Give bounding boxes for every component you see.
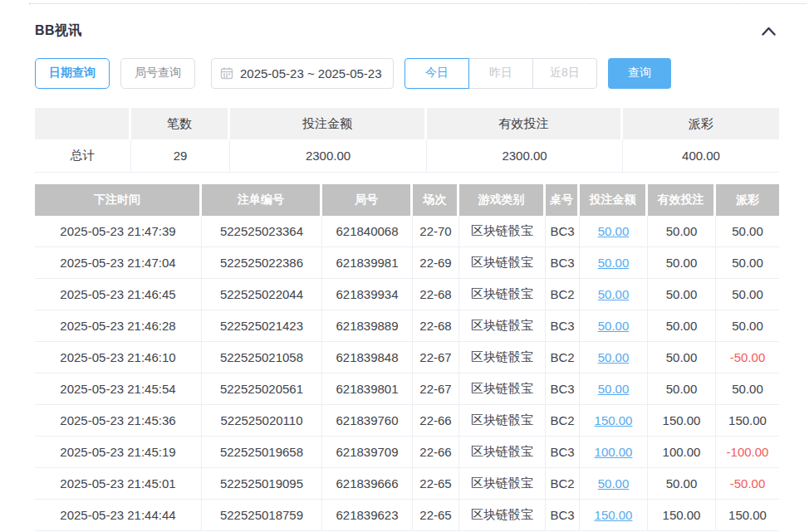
bet-amount-link[interactable]: 50.00 bbox=[598, 382, 630, 396]
bet-id-cell: 522525021058 bbox=[202, 342, 322, 373]
section-title: BB视讯 bbox=[35, 22, 82, 40]
table-no-cell: BC3 bbox=[546, 373, 580, 405]
date-range-value: 2025-05-23 ~ 2025-05-23 bbox=[240, 66, 382, 81]
summary-table: 笔数 投注金额 有效投注 派彩 总计 29 2300.00 2300.00 40… bbox=[35, 108, 779, 173]
game-type-cell: 区块链骰宝 bbox=[459, 500, 546, 531]
bet-amount-link[interactable]: 50.00 bbox=[598, 224, 630, 238]
bet-row: 2025-05-23 21:45:01522525019095621839666… bbox=[35, 468, 779, 500]
bets-header-payout: 派彩 bbox=[716, 184, 779, 216]
bet-amount-cell: 150.00 bbox=[580, 405, 648, 437]
session-cell: 22-65 bbox=[413, 500, 459, 531]
calendar-icon bbox=[220, 66, 233, 80]
bet-id-cell: 522525023364 bbox=[202, 216, 322, 247]
session-cell: 22-65 bbox=[413, 468, 459, 500]
bet-id-cell: 522525022386 bbox=[202, 247, 322, 279]
bet-amount-link[interactable]: 150.00 bbox=[595, 413, 633, 427]
bets-table: 下注时间 注单编号 局号 场次 游戏类别 桌号 投注金额 有效投注 派彩 202… bbox=[35, 184, 779, 531]
session-cell: 22-69 bbox=[413, 247, 459, 279]
bet-id-cell: 522525019095 bbox=[202, 468, 322, 500]
valid-bet-cell: 50.00 bbox=[648, 247, 716, 279]
quick-last8days-button[interactable]: 近8日 bbox=[532, 58, 597, 89]
payout-cell: 50.00 bbox=[716, 247, 779, 279]
summary-header-payout: 派彩 bbox=[623, 108, 779, 139]
dotted-divider bbox=[29, 3, 807, 4]
collapse-button[interactable] bbox=[758, 25, 779, 37]
bet-time-cell: 2025-05-23 21:44:44 bbox=[35, 500, 202, 531]
session-cell: 22-68 bbox=[413, 310, 459, 342]
payout-cell: 50.00 bbox=[716, 310, 779, 342]
game-type-cell: 区块链骰宝 bbox=[459, 247, 546, 279]
bet-time-cell: 2025-05-23 21:45:54 bbox=[35, 373, 202, 405]
bets-header-valid-bet: 有效投注 bbox=[648, 184, 716, 216]
bet-amount-cell: 150.00 bbox=[580, 500, 648, 531]
bet-row: 2025-05-23 21:46:45522525022044621839934… bbox=[35, 279, 779, 310]
date-query-tab[interactable]: 日期查询 bbox=[35, 58, 110, 89]
bet-amount-cell: 50.00 bbox=[580, 342, 648, 373]
game-type-cell: 区块链骰宝 bbox=[459, 216, 546, 247]
table-no-cell: BC2 bbox=[546, 405, 580, 437]
payout-cell: 150.00 bbox=[716, 405, 779, 437]
game-type-cell: 区块链骰宝 bbox=[459, 342, 546, 373]
bets-header-time: 下注时间 bbox=[35, 184, 202, 216]
valid-bet-cell: 50.00 bbox=[648, 279, 716, 310]
round-id-cell: 621839801 bbox=[322, 373, 413, 405]
bet-row: 2025-05-23 21:45:19522525019658621839709… bbox=[35, 437, 779, 468]
valid-bet-cell: 150.00 bbox=[648, 405, 716, 437]
round-id-cell: 621840068 bbox=[322, 216, 413, 247]
bet-amount-link[interactable]: 50.00 bbox=[598, 287, 630, 301]
table-no-cell: BC3 bbox=[546, 500, 580, 531]
valid-bet-cell: 50.00 bbox=[648, 468, 716, 500]
bet-row: 2025-05-23 21:47:04522525022386621839981… bbox=[35, 247, 779, 279]
bet-time-cell: 2025-05-23 21:47:04 bbox=[35, 247, 202, 279]
quick-yesterday-button[interactable]: 昨日 bbox=[468, 58, 533, 89]
bet-id-cell: 522525020561 bbox=[202, 373, 322, 405]
payout-cell: 50.00 bbox=[716, 373, 779, 405]
bet-amount-link[interactable]: 150.00 bbox=[595, 508, 633, 522]
bet-time-cell: 2025-05-23 21:47:39 bbox=[35, 216, 202, 247]
round-id-cell: 621839709 bbox=[322, 437, 413, 468]
payout-cell: 150.00 bbox=[716, 500, 779, 531]
payout-cell: -50.00 bbox=[716, 468, 779, 500]
bet-time-cell: 2025-05-23 21:46:10 bbox=[35, 342, 202, 373]
summary-total-payout: 400.00 bbox=[623, 139, 779, 173]
section-header: BB视讯 bbox=[35, 22, 779, 40]
session-cell: 22-66 bbox=[413, 405, 459, 437]
round-id-cell: 621839848 bbox=[322, 342, 413, 373]
summary-header-count: 笔数 bbox=[131, 108, 230, 139]
summary-header-bet-amount: 投注金额 bbox=[230, 108, 427, 139]
bet-amount-cell: 50.00 bbox=[580, 216, 648, 247]
table-no-cell: BC3 bbox=[546, 437, 580, 468]
payout-cell: 50.00 bbox=[716, 279, 779, 310]
bet-amount-link[interactable]: 50.00 bbox=[598, 476, 630, 491]
bet-amount-link[interactable]: 50.00 bbox=[598, 319, 630, 333]
bets-table-body: 2025-05-23 21:47:39522525023364621840068… bbox=[35, 216, 779, 531]
bet-amount-link[interactable]: 100.00 bbox=[595, 445, 633, 459]
bet-amount-cell: 100.00 bbox=[580, 437, 648, 468]
bet-amount-link[interactable]: 50.00 bbox=[598, 256, 630, 270]
bet-row: 2025-05-23 21:46:10522525021058621839848… bbox=[35, 342, 779, 373]
game-type-cell: 区块链骰宝 bbox=[459, 373, 546, 405]
bets-header-session: 场次 bbox=[413, 184, 459, 216]
valid-bet-cell: 50.00 bbox=[648, 373, 716, 405]
quick-today-button[interactable]: 今日 bbox=[404, 58, 469, 89]
round-id-cell: 621839623 bbox=[322, 500, 413, 531]
round-query-tab[interactable]: 局号查询 bbox=[120, 58, 195, 89]
round-id-cell: 621839666 bbox=[322, 468, 413, 500]
table-no-cell: BC2 bbox=[546, 468, 580, 500]
date-range-input[interactable]: 2025-05-23 ~ 2025-05-23 bbox=[211, 58, 394, 89]
bet-row: 2025-05-23 21:44:44522525018759621839623… bbox=[35, 500, 779, 531]
game-type-cell: 区块链骰宝 bbox=[459, 405, 546, 437]
table-no-cell: BC2 bbox=[546, 342, 580, 373]
bets-header-bet-amount: 投注金额 bbox=[580, 184, 648, 216]
valid-bet-cell: 50.00 bbox=[648, 310, 716, 342]
bets-header-bet-id: 注单编号 bbox=[202, 184, 322, 216]
search-button[interactable]: 查询 bbox=[608, 58, 671, 89]
game-type-cell: 区块链骰宝 bbox=[459, 437, 546, 468]
bet-row: 2025-05-23 21:47:39522525023364621840068… bbox=[35, 216, 779, 247]
bet-amount-cell: 50.00 bbox=[580, 468, 648, 500]
valid-bet-cell: 100.00 bbox=[648, 437, 716, 468]
session-cell: 22-67 bbox=[413, 373, 459, 405]
bet-time-cell: 2025-05-23 21:45:01 bbox=[35, 468, 202, 500]
table-no-cell: BC3 bbox=[546, 216, 580, 247]
bet-amount-link[interactable]: 50.00 bbox=[598, 350, 630, 364]
